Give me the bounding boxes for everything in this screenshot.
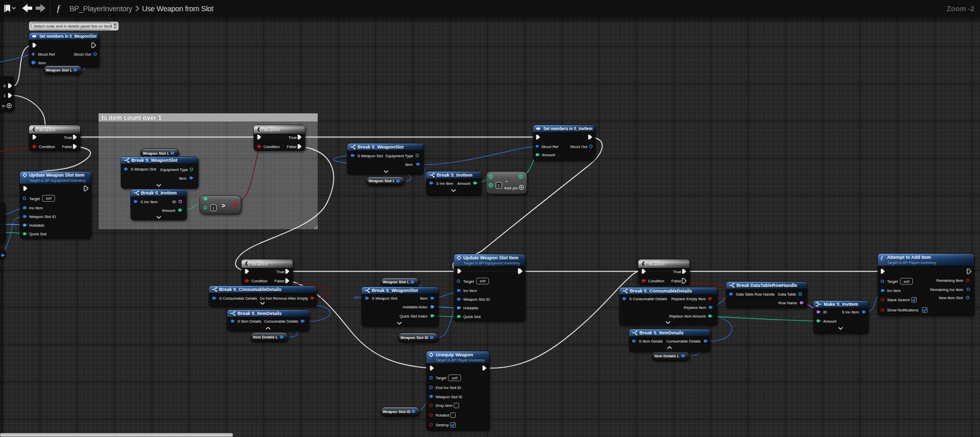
svg-text:Amount: Amount xyxy=(823,319,837,324)
svg-text:Inv Item: Inv Item xyxy=(29,206,43,210)
svg-text:Inv Item: Inv Item xyxy=(887,288,901,293)
svg-text:Break S_ConsumableDetails: Break S_ConsumableDetails xyxy=(630,288,692,294)
svg-text:Weapon Slot L: Weapon Slot L xyxy=(383,280,410,284)
svg-text:Struct Ref: Struct Ref xyxy=(38,52,55,57)
svg-text:ID: ID xyxy=(823,310,827,314)
svg-text:Break S_InvItem: Break S_InvItem xyxy=(141,190,177,196)
svg-text:S Weapon Slot: S Weapon Slot xyxy=(357,154,384,158)
svg-text:Branch: Branch xyxy=(264,127,280,132)
svg-text:Item Details L: Item Details L xyxy=(253,335,278,339)
svg-text:1: 1 xyxy=(4,93,6,98)
svg-text:Break S_WeaponSlot: Break S_WeaponSlot xyxy=(357,144,403,150)
svg-text:True: True xyxy=(289,135,297,140)
svg-text:S Weapon Slot: S Weapon Slot xyxy=(372,296,398,301)
svg-text:S Inv Item: S Inv Item xyxy=(842,310,859,314)
svg-text:Show Notifications: Show Notifications xyxy=(887,308,919,312)
svg-text:Weapon Slot L: Weapon Slot L xyxy=(46,68,73,72)
svg-text:False: False xyxy=(671,279,681,283)
svg-text:Item: Item xyxy=(420,296,427,301)
svg-text:Quick Slot: Quick Slot xyxy=(29,232,47,236)
svg-text:ID: ID xyxy=(173,200,177,204)
svg-text:S Consumable Details: S Consumable Details xyxy=(219,296,257,301)
svg-text:Branch: Branch xyxy=(252,261,268,266)
svg-text:Quick Slot: Quick Slot xyxy=(463,314,481,319)
svg-text:Break S_WeaponSlot: Break S_WeaponSlot xyxy=(372,288,418,293)
svg-text:Target: Target xyxy=(463,279,474,284)
svg-text:BP_PlayerInventory: BP_PlayerInventory xyxy=(69,5,133,13)
svg-text:True: True xyxy=(64,135,73,140)
svg-text:Do Not Remove After Empty: Do Not Remove After Empty xyxy=(260,296,308,301)
svg-text:S Consumable Details: S Consumable Details xyxy=(629,297,667,301)
svg-text:False: False xyxy=(274,279,284,283)
svg-text:Break DataTableRowHandle: Break DataTableRowHandle xyxy=(736,283,797,288)
svg-text:Add pin: Add pin xyxy=(504,186,518,190)
svg-text:>: > xyxy=(222,202,225,209)
svg-text:self: self xyxy=(903,279,910,284)
svg-text:Is item count over 1: Is item count over 1 xyxy=(102,114,161,122)
svg-text:Target is BP Equipment Invento: Target is BP Equipment Inventory xyxy=(463,261,520,265)
svg-text:Struct Out: Struct Out xyxy=(570,144,588,149)
svg-text:Break S_ItemDetails: Break S_ItemDetails xyxy=(639,330,684,335)
svg-text:Make S_InvItem: Make S_InvItem xyxy=(824,302,858,307)
svg-text:Condition: Condition xyxy=(264,144,280,149)
svg-text:ƒ: ƒ xyxy=(56,4,61,14)
svg-text:Destroy: Destroy xyxy=(436,423,449,427)
svg-text:False: False xyxy=(286,144,297,149)
svg-text:self: self xyxy=(480,279,486,283)
svg-text:S Inv Item: S Inv Item xyxy=(140,200,158,204)
svg-text:Break S_ItemDetails: Break S_ItemDetails xyxy=(237,311,282,316)
svg-text:0: 0 xyxy=(4,84,6,88)
svg-text:Attempt to Add Item: Attempt to Add Item xyxy=(887,255,931,260)
svg-text:Consumable Details: Consumable Details xyxy=(264,319,298,324)
svg-text:Consumable Details: Consumable Details xyxy=(666,339,701,344)
svg-text:Update Weapon Slot Item: Update Weapon Slot Item xyxy=(463,255,518,260)
svg-text:Target: Target xyxy=(29,197,40,201)
svg-text:1: 1 xyxy=(498,183,500,188)
svg-text:Row Name: Row Name xyxy=(778,301,797,305)
svg-text:Branch: Branch xyxy=(39,127,55,132)
svg-text:-: - xyxy=(506,178,508,184)
svg-text:End Inv Slot ID: End Inv Slot ID xyxy=(436,385,462,390)
svg-text:Condition: Condition xyxy=(648,279,664,283)
svg-text:Unequip Weapon: Unequip Weapon xyxy=(436,352,473,357)
svg-text:True: True xyxy=(276,270,285,274)
svg-text:Set members in S_InvItem: Set members in S_InvItem xyxy=(543,126,592,131)
svg-text:Set members in S_WeaponSlot: Set members in S_WeaponSlot xyxy=(39,34,97,39)
svg-text:Drop Item: Drop Item xyxy=(436,403,452,408)
svg-text:Branch: Branch xyxy=(649,261,664,266)
svg-text:Target: Target xyxy=(436,376,447,380)
svg-text:S Item Details: S Item Details xyxy=(639,339,663,344)
svg-text:Weapon Slot ID: Weapon Slot ID xyxy=(436,395,463,399)
svg-text:in: in xyxy=(2,104,5,108)
svg-text:Equipment Type: Equipment Type xyxy=(386,154,413,158)
svg-text:Replace Item: Replace Item xyxy=(684,305,706,310)
svg-text:Item Details L: Item Details L xyxy=(655,354,680,358)
svg-text:Break S_ConsumableDetails: Break S_ConsumableDetails xyxy=(219,287,281,292)
svg-text:Update Weapon Slot Item: Update Weapon Slot Item xyxy=(29,173,84,178)
svg-text:True: True xyxy=(673,270,682,274)
svg-text:Amount: Amount xyxy=(457,181,471,186)
svg-text:self: self xyxy=(451,376,458,380)
svg-text:Weapon Slot ID: Weapon Slot ID xyxy=(29,214,56,219)
svg-text:Weapon Slot L: Weapon Slot L xyxy=(369,179,395,183)
svg-text:Stack Search: Stack Search xyxy=(887,298,910,302)
svg-text:Weapon Slot ID: Weapon Slot ID xyxy=(463,297,490,302)
svg-text:Holdable Actor: Holdable Actor xyxy=(402,305,427,309)
svg-text:Holdable: Holdable xyxy=(29,223,44,228)
svg-text:Remaining Item: Remaining Item xyxy=(936,278,963,283)
svg-text:Break S_InvItem: Break S_InvItem xyxy=(437,173,472,178)
svg-text:Equipment Type: Equipment Type xyxy=(160,167,188,172)
svg-text:Struct Out: Struct Out xyxy=(74,52,91,57)
svg-text:Item: Item xyxy=(405,162,413,167)
svg-text:Amount: Amount xyxy=(542,153,556,157)
svg-text:S Item Details: S Item Details xyxy=(237,319,261,324)
svg-text:Target is BP Player Inventory: Target is BP Player Inventory xyxy=(436,358,486,362)
svg-text:Struct Ref: Struct Ref xyxy=(541,144,559,149)
svg-text:Holdable: Holdable xyxy=(463,306,479,310)
svg-text:Condition: Condition xyxy=(251,279,268,283)
svg-text:Inv Item: Inv Item xyxy=(463,288,477,293)
svg-text:Select node and in details pan: Select node and in details panel tick on… xyxy=(34,24,112,29)
svg-text:False: False xyxy=(62,144,72,149)
svg-text:Remaining Inv Item: Remaining Inv Item xyxy=(930,287,963,292)
svg-text:Target: Target xyxy=(887,279,898,284)
